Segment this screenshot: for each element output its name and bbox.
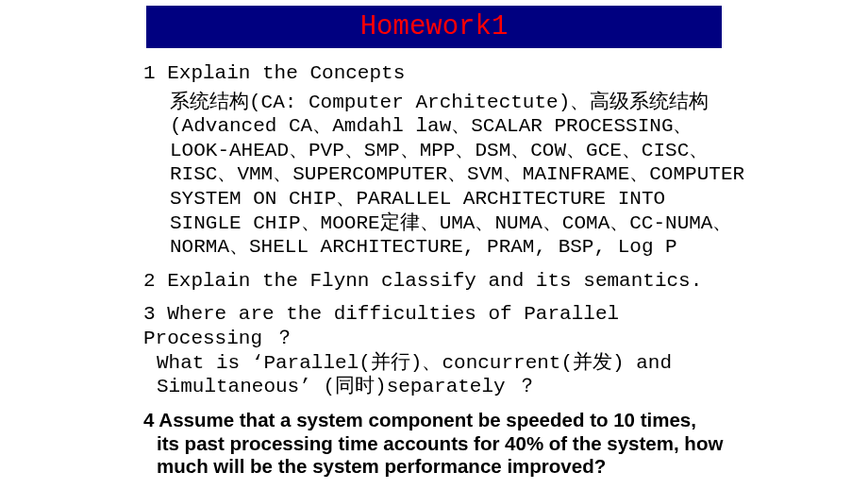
question-1: 1 Explain the Concepts 系统结构(CA: Computer… xyxy=(143,61,745,260)
question-4-line2: its past processing time accounts for 40… xyxy=(143,432,745,479)
content-area: 1 Explain the Concepts 系统结构(CA: Computer… xyxy=(0,61,868,489)
question-1-body: 系统结构(CA: Computer Architectute)、高级系统结构(A… xyxy=(143,91,745,260)
question-1-head: 1 Explain the Concepts xyxy=(143,61,745,86)
question-2: 2 Explain the Flynn classify and its sem… xyxy=(143,269,745,294)
question-3-line2: What is ‘Parallel(并行)、concurrent(并发) and… xyxy=(143,351,745,399)
question-3-line1: 3 Where are the difficulties of Parallel… xyxy=(143,303,619,349)
question-3: 3 Where are the difficulties of Parallel… xyxy=(143,302,745,398)
title-bar: Homework1 xyxy=(146,6,722,48)
question-4-line1: 4 Assume that a system component be spee… xyxy=(143,409,696,430)
page-title: Homework1 xyxy=(360,11,509,42)
question-4: 4 Assume that a system component be spee… xyxy=(143,409,745,479)
